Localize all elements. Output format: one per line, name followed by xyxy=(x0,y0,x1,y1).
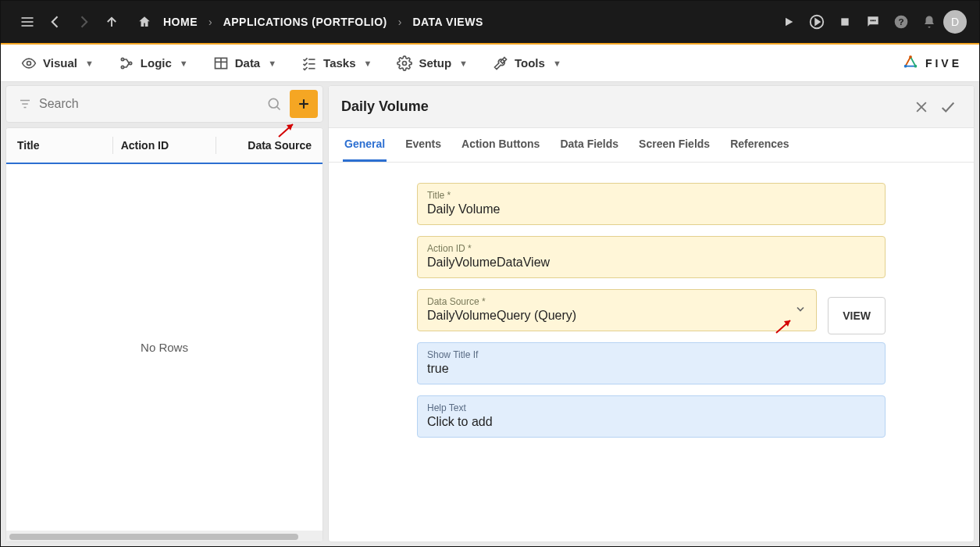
up-icon[interactable] xyxy=(98,8,126,36)
dropdown-icon: ▼ xyxy=(268,59,276,68)
field-title-value: Daily Volume xyxy=(427,202,875,216)
field-show-title-if-value: true xyxy=(427,362,875,376)
tab-screen-fields[interactable]: Screen Fields xyxy=(637,128,711,162)
svg-point-24 xyxy=(909,55,912,58)
field-show-title-if[interactable]: Show Title If true xyxy=(417,342,886,384)
list-card: Title Action ID Data Source No Rows xyxy=(5,127,323,542)
menu-logic[interactable]: Logic▼ xyxy=(108,49,199,77)
tabs: General Events Action Buttons Data Field… xyxy=(329,128,974,163)
scrollbar-thumb[interactable] xyxy=(9,534,298,540)
chevron-right-icon: › xyxy=(202,16,219,28)
svg-point-10 xyxy=(874,20,875,21)
play-icon[interactable] xyxy=(775,8,803,36)
svg-point-8 xyxy=(870,20,871,21)
tab-action-buttons[interactable]: Action Buttons xyxy=(460,128,541,162)
menu-tasks-label: Tasks xyxy=(323,56,355,70)
field-help-text-label: Help Text xyxy=(427,402,875,413)
tools-icon xyxy=(493,55,508,71)
form-area: Title * Daily Volume Action ID * DailyVo… xyxy=(329,163,974,542)
dropdown-icon: ▼ xyxy=(180,59,188,68)
column-divider xyxy=(112,137,113,154)
brand-name: FIVE xyxy=(925,57,962,70)
menu-tasks[interactable]: Tasks▼ xyxy=(290,49,383,77)
field-action-id-label: Action ID * xyxy=(427,243,875,254)
field-data-source-label: Data Source * xyxy=(427,296,807,307)
dropdown-icon: ▼ xyxy=(459,59,468,68)
horizontal-scrollbar[interactable] xyxy=(6,531,323,542)
svg-point-30 xyxy=(269,98,278,108)
back-icon[interactable] xyxy=(41,8,69,36)
left-panel: Title Action ID Data Source No Rows xyxy=(1,82,328,547)
field-data-source[interactable]: Data Source * DailyVolumeQuery (Query) xyxy=(417,289,817,331)
breadcrumb-home[interactable]: HOME xyxy=(159,16,202,28)
empty-text: No Rows xyxy=(141,341,188,354)
svg-point-26 xyxy=(914,64,917,67)
search-icon[interactable] xyxy=(263,96,285,112)
col-title[interactable]: Title xyxy=(17,139,105,152)
table-icon xyxy=(213,55,229,71)
view-button[interactable]: VIEW xyxy=(828,297,886,334)
avatar[interactable]: D xyxy=(943,10,967,34)
help-icon[interactable]: ? xyxy=(887,8,915,36)
add-button[interactable] xyxy=(290,90,318,118)
right-panel: Daily Volume General Events Action Butto… xyxy=(328,82,979,547)
tab-data-fields[interactable]: Data Fields xyxy=(558,128,620,162)
stop-icon[interactable] xyxy=(831,8,859,36)
svg-point-14 xyxy=(121,58,123,60)
dropdown-icon: ▼ xyxy=(85,59,94,68)
svg-point-15 xyxy=(121,66,123,68)
field-title-label: Title * xyxy=(427,190,875,201)
field-action-id-value: DailyVolumeDataView xyxy=(427,256,875,270)
col-action-id[interactable]: Action ID xyxy=(121,139,208,152)
col-data-source[interactable]: Data Source xyxy=(224,139,312,152)
field-data-source-value: DailyVolumeQuery (Query) xyxy=(427,309,807,323)
tab-general[interactable]: General xyxy=(343,128,387,162)
menu-tools[interactable]: Tools▼ xyxy=(482,49,572,77)
forward-icon xyxy=(69,8,98,36)
search-row xyxy=(5,85,323,123)
svg-line-31 xyxy=(277,107,280,110)
home-icon[interactable] xyxy=(130,8,159,36)
dropdown-icon: ▼ xyxy=(553,59,561,68)
field-help-text-value: Click to add xyxy=(427,415,875,429)
menu-visual-label: Visual xyxy=(43,56,77,70)
svg-rect-7 xyxy=(841,18,848,25)
detail-title: Daily Volume xyxy=(341,98,429,115)
svg-point-9 xyxy=(872,20,874,21)
detail-header: Daily Volume xyxy=(329,86,974,128)
column-divider xyxy=(216,137,216,154)
hamburger-icon[interactable] xyxy=(13,8,41,36)
tab-references[interactable]: References xyxy=(729,128,791,162)
menu-data-label: Data xyxy=(235,56,261,70)
svg-point-23 xyxy=(403,61,407,65)
dropdown-icon: ▼ xyxy=(364,59,372,68)
menu-visual[interactable]: Visual▼ xyxy=(10,49,105,77)
svg-point-16 xyxy=(129,62,131,64)
checklist-icon xyxy=(301,55,317,71)
logic-icon xyxy=(119,55,134,71)
close-icon[interactable] xyxy=(908,94,935,120)
svg-point-13 xyxy=(27,61,31,65)
brand-logo-icon xyxy=(902,55,919,72)
brand: FIVE xyxy=(902,55,970,72)
chevron-right-icon: › xyxy=(392,16,408,28)
field-show-title-if-label: Show Title If xyxy=(427,349,875,360)
chevron-down-icon[interactable] xyxy=(794,303,807,318)
svg-point-25 xyxy=(904,64,907,67)
menu-setup[interactable]: Setup▼ xyxy=(386,49,479,77)
filter-icon[interactable] xyxy=(14,97,36,111)
deploy-icon[interactable] xyxy=(803,8,831,36)
gear-icon xyxy=(397,55,412,71)
confirm-icon[interactable] xyxy=(935,94,961,120)
search-input[interactable] xyxy=(36,97,263,111)
field-title[interactable]: Title * Daily Volume xyxy=(417,183,886,225)
breadcrumb-applications[interactable]: APPLICATIONS (PORTFOLIO) xyxy=(219,16,392,28)
chat-icon[interactable] xyxy=(859,8,887,36)
bell-icon[interactable] xyxy=(915,8,943,36)
menu-data[interactable]: Data▼ xyxy=(202,49,287,77)
list-header: Title Action ID Data Source xyxy=(6,128,323,164)
tab-events[interactable]: Events xyxy=(404,128,443,162)
field-help-text[interactable]: Help Text Click to add xyxy=(417,395,886,438)
breadcrumb-dataviews[interactable]: DATA VIEWS xyxy=(408,16,487,28)
field-action-id[interactable]: Action ID * DailyVolumeDataView xyxy=(417,236,886,278)
